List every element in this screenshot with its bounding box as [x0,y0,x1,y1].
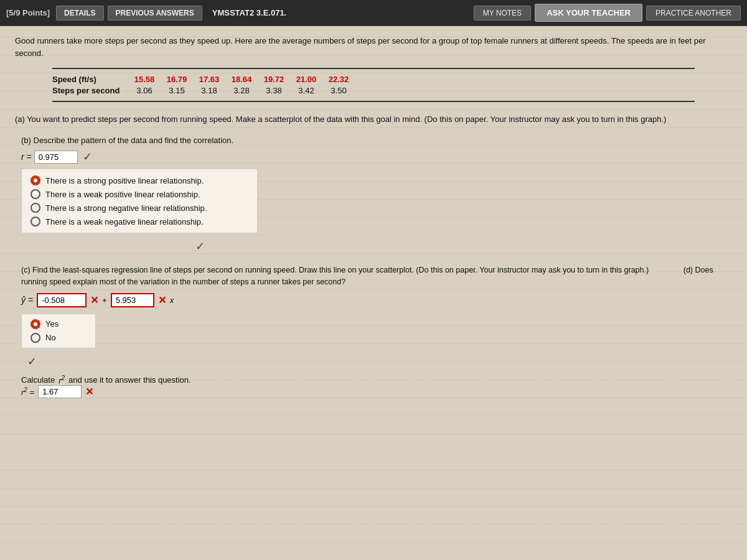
radio-option-weak-negative[interactable]: There is a weak negative linear relation… [31,217,248,226]
part-c-label: (c) Find the least-squares regression li… [21,264,732,288]
and-use-label: and use it to answer this question. [68,375,191,385]
plus-label: + [102,296,107,305]
radio-no-circle [31,333,40,343]
part-b-check-icon: ✓ [195,240,732,253]
r2-label: r2 [59,375,65,385]
speed-value: 16.79 [166,75,188,84]
steps-value: 3.06 [133,86,156,95]
r-value-row: r = ✓ [21,150,732,164]
part-c-text-span: (c) Find the least-squares regression li… [21,266,649,274]
calc-r2-row: Calculate r2 and use it to answer this q… [21,375,732,385]
radio-option-strong-negative[interactable]: There is a strong negative linear relati… [31,203,248,213]
r-check-icon: ✓ [83,150,92,164]
calc-label: Calculate [21,375,55,385]
radio-circle-1 [31,175,40,185]
radio-circle-4 [31,217,40,226]
main-content: Good runners take more steps per second … [0,26,747,560]
r2-value-row: r2 = ✕ [21,385,732,398]
steps-value: 3.42 [295,86,317,95]
radio-label-4: There is a weak negative linear relation… [45,217,204,226]
regression-row: ŷ = ✕ + ✕ x [21,293,732,307]
speed-value: 21.00 [295,75,317,84]
steps-value: 3.28 [230,86,253,95]
r-equals-label: r = [21,152,32,162]
part-b-label: (b) Describe the pattern of the data and… [21,134,732,147]
steps-value: 3.38 [263,86,285,95]
problem-intro: Good runners take more steps per second … [15,35,732,59]
radio-option-strong-positive[interactable]: There is a strong positive linear relati… [31,175,248,185]
speed-value: 22.32 [327,75,350,84]
r-input[interactable] [34,151,78,164]
problem-id: YMSSTAT2 3.E.071. [212,8,286,17]
r2-x-icon: ✕ [85,386,93,398]
yhat-label: ŷ = [21,295,33,305]
radio-circle-2 [31,189,40,199]
r2-input[interactable] [38,385,82,398]
r2-superscript: 2 [62,375,65,381]
data-table: Speed (ft/s) 15.5816.7917.6318.6419.7221… [52,68,695,102]
my-notes-button[interactable]: MY NOTES [474,6,531,21]
speed-value: 17.63 [198,75,220,84]
steps-value: 3.15 [166,86,188,95]
yes-no-group: Yes No [21,314,96,348]
previous-answers-button[interactable]: PREVIOUS ANSWERS [108,6,202,21]
speed-values: 15.5816.7917.6318.6419.7221.0022.32 [133,75,350,84]
r2-equals-label: r2 = [21,386,34,397]
ask-teacher-button[interactable]: ASK YOUR TEACHER [535,4,642,22]
speed-label: Speed (ft/s) [52,75,133,84]
steps-row: Steps per second 3.063.153.183.283.383.4… [52,86,695,95]
details-button[interactable]: DETAILS [56,6,103,21]
radio-yes-circle [31,319,40,329]
radio-no[interactable]: No [31,333,87,343]
speed-value: 15.58 [133,75,156,84]
radio-no-label: No [45,333,56,342]
coeff-x-icon: ✕ [158,294,166,306]
radio-circle-3 [31,203,40,213]
yhat-value-input[interactable] [37,293,87,307]
yhat-x-icon: ✕ [90,294,98,306]
speed-row: Speed (ft/s) 15.5816.7917.6318.6419.7221… [52,75,695,84]
practice-another-button[interactable]: PRACTICE ANOTHER [646,6,741,21]
radio-option-weak-positive[interactable]: There is a weak positive linear relation… [31,189,248,199]
speed-value: 18.64 [230,75,253,84]
steps-value: 3.18 [198,86,220,95]
steps-label: Steps per second [52,86,133,95]
radio-label-2: There is a weak positive linear relation… [45,190,200,199]
points-label: [5/9 Points] [6,8,50,17]
radio-label-3: There is a strong negative linear relati… [45,203,207,213]
part-a-label: (a) You want to predict steps per second… [15,113,732,126]
part-c-section: (c) Find the least-squares regression li… [21,264,732,398]
part-b-section: (b) Describe the pattern of the data and… [21,134,732,254]
steps-values: 3.063.153.183.283.383.423.50 [133,86,350,95]
radio-yes[interactable]: Yes [31,319,87,329]
radio-yes-label: Yes [45,319,59,329]
radio-label-1: There is a strong positive linear relati… [45,176,204,185]
x-variable-label: x [170,296,174,305]
coeff-input[interactable] [111,293,154,307]
top-bar: [5/9 Points] DETAILS PREVIOUS ANSWERS YM… [0,0,747,26]
speed-value: 19.72 [263,75,285,84]
yn-check-icon: ✓ [27,355,732,368]
relationship-radio-group: There is a strong positive linear relati… [21,169,258,233]
steps-value: 3.50 [327,86,350,95]
